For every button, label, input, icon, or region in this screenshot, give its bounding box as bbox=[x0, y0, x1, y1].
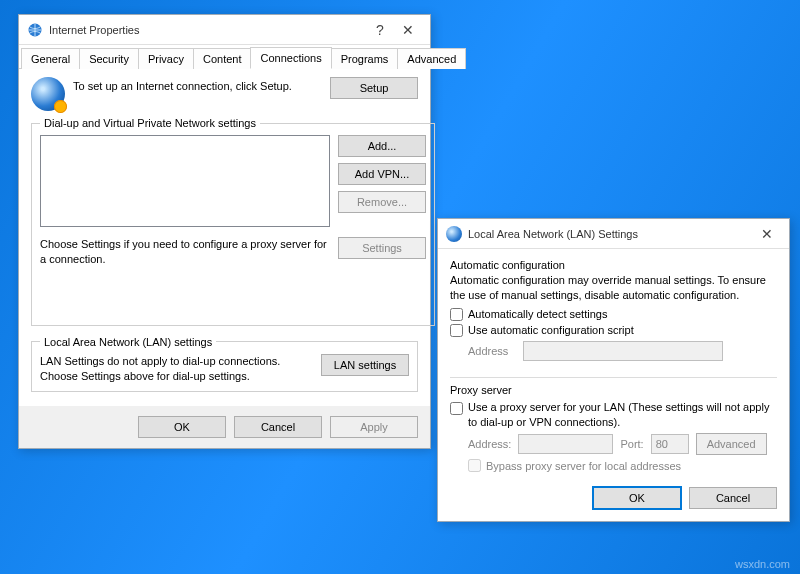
tab-strip: General Security Privacy Content Connect… bbox=[19, 45, 430, 69]
tab-content-area: To set up an Internet connection, click … bbox=[19, 69, 430, 406]
close-button[interactable]: ✕ bbox=[753, 224, 781, 244]
proxy-hint-text: Choose Settings if you need to configure… bbox=[40, 237, 330, 267]
tab-privacy[interactable]: Privacy bbox=[138, 48, 194, 69]
proxy-address-label: Address: bbox=[468, 438, 511, 450]
setup-text: To set up an Internet connection, click … bbox=[73, 79, 330, 94]
tab-general[interactable]: General bbox=[21, 48, 80, 69]
auto-script-input[interactable] bbox=[450, 324, 463, 337]
remove-button[interactable]: Remove... bbox=[338, 191, 426, 213]
setup-button[interactable]: Setup bbox=[330, 77, 418, 99]
dialup-legend: Dial-up and Virtual Private Network sett… bbox=[40, 117, 260, 129]
advanced-button[interactable]: Advanced bbox=[696, 433, 767, 455]
internet-properties-dialog: Internet Properties ? ✕ General Security… bbox=[18, 14, 431, 449]
cancel-button[interactable]: Cancel bbox=[234, 416, 322, 438]
bypass-local-input[interactable] bbox=[468, 459, 481, 472]
dialup-group: Dial-up and Virtual Private Network sett… bbox=[31, 117, 435, 326]
auto-detect-input[interactable] bbox=[450, 308, 463, 321]
help-button[interactable]: ? bbox=[366, 20, 394, 40]
auto-detect-checkbox[interactable]: Automatically detect settings bbox=[450, 308, 777, 321]
ok-button[interactable]: OK bbox=[138, 416, 226, 438]
bypass-local-label: Bypass proxy server for local addresses bbox=[486, 460, 681, 472]
use-proxy-label: Use a proxy server for your LAN (These s… bbox=[468, 400, 777, 430]
lan-settings-dialog: Local Area Network (LAN) Settings ✕ Auto… bbox=[437, 218, 790, 522]
tab-connections[interactable]: Connections bbox=[250, 47, 331, 69]
tab-content[interactable]: Content bbox=[193, 48, 252, 69]
dialog-footer: OK Cancel Apply bbox=[19, 406, 430, 448]
internet-options-icon bbox=[27, 22, 43, 38]
address-label: Address bbox=[468, 345, 516, 357]
titlebar: Internet Properties ? ✕ bbox=[19, 15, 430, 45]
proxy-address-input[interactable] bbox=[518, 434, 613, 454]
auto-detect-label: Automatically detect settings bbox=[468, 308, 607, 320]
lan-group: Local Area Network (LAN) settings LAN Se… bbox=[31, 336, 418, 393]
titlebar: Local Area Network (LAN) Settings ✕ bbox=[438, 219, 789, 249]
bypass-local-checkbox[interactable]: Bypass proxy server for local addresses bbox=[468, 459, 777, 472]
tab-advanced[interactable]: Advanced bbox=[397, 48, 466, 69]
use-proxy-checkbox[interactable]: Use a proxy server for your LAN (These s… bbox=[450, 400, 777, 430]
ok-button[interactable]: OK bbox=[593, 487, 681, 509]
auto-config-desc: Automatic configuration may override man… bbox=[450, 273, 777, 303]
watermark: wsxdn.com bbox=[735, 558, 790, 570]
lan-legend: Local Area Network (LAN) settings bbox=[40, 336, 216, 348]
connection-settings-button[interactable]: Settings bbox=[338, 237, 426, 259]
lan-body: Automatic configuration Automatic config… bbox=[438, 249, 789, 479]
lan-settings-button[interactable]: LAN settings bbox=[321, 354, 409, 376]
close-button[interactable]: ✕ bbox=[394, 20, 422, 40]
connections-listbox[interactable] bbox=[40, 135, 330, 227]
add-vpn-button[interactable]: Add VPN... bbox=[338, 163, 426, 185]
script-address-input[interactable] bbox=[523, 341, 723, 361]
port-label: Port: bbox=[620, 438, 643, 450]
globe-wand-icon bbox=[31, 77, 65, 111]
auto-config-legend: Automatic configuration bbox=[450, 259, 777, 271]
auto-config-group: Automatic configuration Automatic config… bbox=[450, 259, 777, 371]
use-proxy-input[interactable] bbox=[450, 402, 463, 415]
tab-security[interactable]: Security bbox=[79, 48, 139, 69]
window-title: Internet Properties bbox=[49, 24, 366, 36]
auto-script-label: Use automatic configuration script bbox=[468, 324, 634, 336]
auto-script-checkbox[interactable]: Use automatic configuration script bbox=[450, 324, 777, 337]
proxy-legend: Proxy server bbox=[450, 384, 777, 396]
cancel-button[interactable]: Cancel bbox=[689, 487, 777, 509]
proxy-group: Proxy server Use a proxy server for your… bbox=[450, 384, 777, 476]
window-title: Local Area Network (LAN) Settings bbox=[468, 228, 753, 240]
globe-icon bbox=[446, 226, 462, 242]
apply-button[interactable]: Apply bbox=[330, 416, 418, 438]
port-input[interactable] bbox=[651, 434, 689, 454]
add-button[interactable]: Add... bbox=[338, 135, 426, 157]
tab-programs[interactable]: Programs bbox=[331, 48, 399, 69]
dialog-footer: OK Cancel bbox=[438, 479, 789, 521]
lan-text: LAN Settings do not apply to dial-up con… bbox=[40, 354, 313, 384]
